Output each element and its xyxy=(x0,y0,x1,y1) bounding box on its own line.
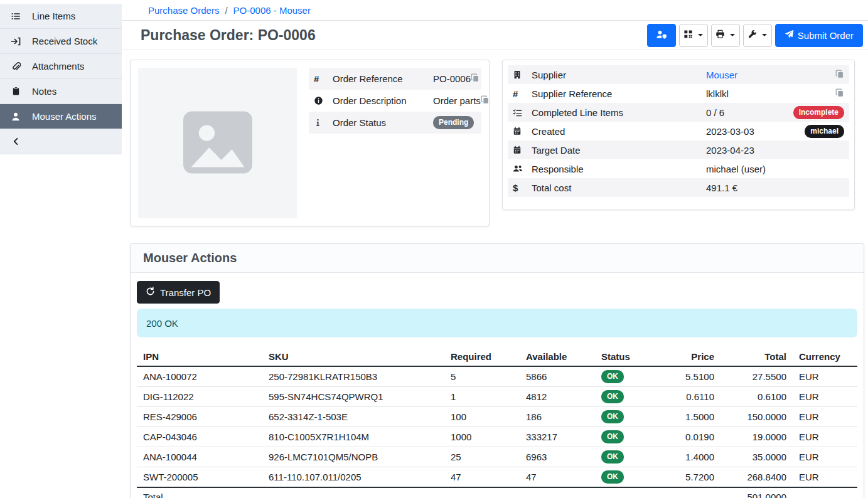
detail-row-order-status: Order Status Pending xyxy=(309,112,481,134)
detail-value: 491.1 € xyxy=(706,183,737,193)
detail-label: Order Reference xyxy=(333,73,433,84)
submit-order-button[interactable]: Submit Order xyxy=(775,24,863,47)
table-row: CAP-043046 810-C1005X7R1H104M 1000 33321… xyxy=(137,427,857,447)
building-icon xyxy=(513,70,532,79)
sidebar-item-label: Line Items xyxy=(32,11,75,21)
detail-row-created: Created 2023-03-03 michael xyxy=(508,122,849,140)
copy-icon[interactable] xyxy=(835,88,844,99)
detail-label: Supplier xyxy=(532,70,706,80)
detail-label: Supplier Reference xyxy=(532,88,706,99)
cell-price: 1.4000 xyxy=(658,447,721,467)
cell-price: 0.0190 xyxy=(658,427,721,447)
cell-ipn: SWT-200005 xyxy=(137,467,262,488)
submit-order-label: Submit Order xyxy=(798,30,854,41)
supplier-details-card: Supplier Mouser # Supplier Reference lkl… xyxy=(502,60,855,210)
user-shield-icon xyxy=(656,29,667,41)
user-icon xyxy=(9,112,22,122)
order-actions-dropdown-button[interactable] xyxy=(743,24,772,47)
cell-sku: 652-3314Z-1-503E xyxy=(262,407,444,427)
cell-total: 27.5500 xyxy=(721,366,793,387)
sidebar: Line Items Received Stock Attachments No… xyxy=(0,0,122,498)
users-icon xyxy=(513,164,532,174)
copy-icon[interactable] xyxy=(835,70,844,80)
cell-total: 35.0000 xyxy=(721,447,793,467)
sidebar-collapse-button[interactable] xyxy=(0,129,122,154)
assign-user-button[interactable] xyxy=(647,24,676,47)
content: # Order Reference PO-0006 Order Descri xyxy=(122,50,868,498)
part-image-placeholder xyxy=(138,68,297,218)
cell-status: OK xyxy=(595,407,658,427)
col-header-required: Required xyxy=(444,347,520,366)
cell-status: OK xyxy=(595,387,658,407)
sidebar-item-line-items[interactable]: Line Items xyxy=(0,4,122,29)
incomplete-badge: Incomplete xyxy=(793,106,844,119)
cell-ipn: RES-429006 xyxy=(137,407,262,427)
cell-total: 268.8400 xyxy=(721,467,793,488)
cell-required: 47 xyxy=(444,467,520,488)
calendar-icon xyxy=(513,127,532,135)
sidebar-item-mouser-actions[interactable]: Mouser Actions xyxy=(0,104,122,129)
sidebar-item-notes[interactable]: Notes xyxy=(0,79,122,104)
info-circle-icon xyxy=(314,96,333,105)
detail-value: 2023-04-23 xyxy=(706,145,754,156)
footer-total-value: 501.0000 xyxy=(721,487,793,498)
cell-currency: EUR xyxy=(793,447,857,467)
breadcrumb: Purchase Orders / PO-0006 - Mouser xyxy=(122,0,868,21)
breadcrumb-link-purchase-orders[interactable]: Purchase Orders xyxy=(148,5,219,16)
print-dropdown-button[interactable] xyxy=(711,24,740,47)
status-alert: 200 OK xyxy=(137,309,857,337)
sidebar-item-label: Attachments xyxy=(32,61,84,72)
header-actions: Submit Order xyxy=(647,24,863,47)
detail-value: PO-0006 xyxy=(433,73,471,84)
paperclip-icon xyxy=(9,61,22,72)
cell-available: 47 xyxy=(520,467,595,488)
order-details-table: # Order Reference PO-0006 Order Descri xyxy=(309,68,481,134)
table-row: DIG-112022 595-SN74HCS74QPWRQ1 1 4812 OK… xyxy=(137,387,857,407)
cell-sku: 611-110.107.011/0205 xyxy=(262,467,444,488)
image-placeholder-icon xyxy=(176,101,259,186)
sidebar-item-received-stock[interactable]: Received Stock xyxy=(0,29,122,54)
printer-icon xyxy=(715,29,725,41)
cell-total: 0.6100 xyxy=(721,387,793,407)
cell-available: 4812 xyxy=(520,387,595,407)
chevron-down-icon xyxy=(698,34,703,36)
barcode-dropdown-button[interactable] xyxy=(679,24,708,47)
cell-price: 5.5100 xyxy=(658,366,721,387)
mouser-actions-panel: Mouser Actions Transfer PO 200 OK xyxy=(130,243,864,498)
cell-price: 0.6110 xyxy=(658,387,721,407)
order-details-card: # Order Reference PO-0006 Order Descri xyxy=(130,60,490,226)
transfer-po-label: Transfer PO xyxy=(160,287,211,298)
copy-icon[interactable] xyxy=(481,95,490,106)
detail-label: Completed Line Items xyxy=(532,107,706,118)
hash-icon: # xyxy=(314,73,333,84)
breadcrumb-link-current[interactable]: PO-0006 - Mouser xyxy=(233,5,311,16)
detail-row-completed-line-items: Completed Line Items 0 / 6 Incomplete xyxy=(508,103,849,122)
table-header-row: IPN SKU Required Available Status Price … xyxy=(137,347,857,366)
copy-icon[interactable] xyxy=(471,73,480,84)
panel-title: Mouser Actions xyxy=(143,251,237,265)
qr-code-icon xyxy=(683,29,693,41)
supplier-details-table: Supplier Mouser # Supplier Reference lkl… xyxy=(508,65,849,197)
chevron-left-icon xyxy=(9,137,22,146)
status-ok-badge: OK xyxy=(601,370,624,383)
hash-icon: # xyxy=(513,88,532,99)
dollar-icon: $ xyxy=(513,183,532,193)
supplier-link[interactable]: Mouser xyxy=(706,70,737,80)
panel-header: Mouser Actions xyxy=(131,244,864,273)
status-ok-badge: OK xyxy=(601,390,624,403)
cell-available: 6963 xyxy=(520,447,595,467)
cell-ipn: DIG-112022 xyxy=(137,387,262,407)
detail-row-supplier: Supplier Mouser xyxy=(508,65,849,84)
col-header-price: Price xyxy=(658,347,721,366)
cell-total: 150.0000 xyxy=(721,407,793,427)
cell-price: 1.5000 xyxy=(658,407,721,427)
info-icon xyxy=(314,119,333,127)
chevron-down-icon xyxy=(730,34,735,36)
detail-row-total-cost: $ Total cost 491.1 € xyxy=(508,178,849,197)
cell-available: 186 xyxy=(520,407,595,427)
cell-total: 19.0000 xyxy=(721,427,793,447)
sidebar-item-attachments[interactable]: Attachments xyxy=(0,54,122,79)
detail-row-order-reference: # Order Reference PO-0006 xyxy=(309,68,481,90)
list-check-icon xyxy=(513,108,532,117)
transfer-po-button[interactable]: Transfer PO xyxy=(137,281,220,304)
